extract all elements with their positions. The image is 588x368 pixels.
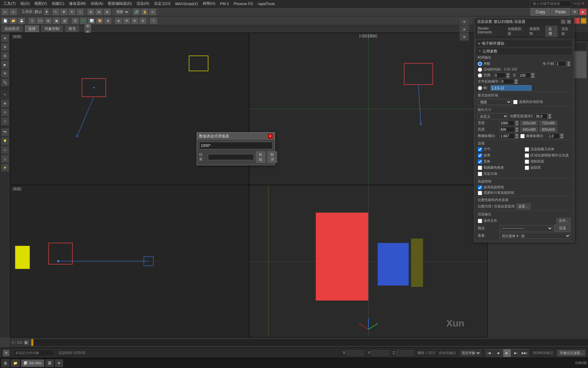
range-from-down[interactable]: ▼ [506, 75, 510, 78]
motion-btn[interactable]: ▶ [1, 61, 9, 69]
pixel-ratio-input[interactable] [500, 133, 515, 139]
rot-btn[interactable]: ↻ [1, 108, 9, 117]
taskbar-app-photoshop[interactable]: 🖼 [46, 359, 54, 367]
mirror-btn[interactable]: ⟺ [36, 17, 44, 24]
snap2-btn[interactable]: ⊞ [95, 9, 103, 15]
bitmap-setup-btn[interactable]: 设置... [516, 203, 530, 210]
scale-btn[interactable]: ⤡ [1, 117, 9, 125]
save-btn[interactable]: 💾 [18, 17, 25, 24]
pixel-ratio2-up[interactable]: ▲ [560, 133, 564, 136]
create-panel-btn[interactable]: ⊕ [1, 34, 9, 42]
rsp-close-btn[interactable]: ✕ [567, 19, 571, 24]
range-to-up[interactable]: ▲ [531, 73, 535, 75]
populate-btn[interactable]: 填充 [65, 26, 79, 32]
preset-dropdown[interactable]: -------------------- [500, 225, 553, 231]
x-input[interactable] [347, 350, 364, 356]
output-custom-dropdown[interactable]: 自定义 [478, 113, 508, 119]
every-n-down[interactable]: ▼ [567, 64, 571, 66]
bind-btn[interactable]: ⊙ [149, 9, 157, 15]
freeze-btn[interactable]: ❄ [131, 17, 138, 24]
result-input[interactable] [208, 154, 254, 160]
effects-check[interactable] [478, 153, 482, 158]
utilities-btn[interactable]: 🔧 [1, 78, 9, 87]
rsp-email-section[interactable]: ▶ 电子邮件通知 [476, 40, 572, 47]
width-down[interactable]: ▼ [515, 123, 519, 126]
unlink-btn[interactable]: 🔓 [141, 9, 148, 15]
freeform-btn[interactable]: 自由形式 [1, 26, 22, 32]
rsp-tab-raytracer[interactable]: 光线跟踪器 [504, 26, 526, 37]
minimize-icon[interactable]: ─ [574, 1, 577, 6]
menu-create[interactable]: 创建(C) [50, 0, 66, 7]
redo-btn[interactable]: ↪ [10, 9, 17, 15]
iso-btn[interactable]: ◈ [115, 17, 122, 24]
menu-help[interactable]: 稍帮(H) [201, 0, 217, 7]
select-btn[interactable]: 选择 [25, 26, 39, 32]
shapes-btn[interactable]: △ [1, 155, 9, 163]
menu-modifier[interactable]: 修改器(M) [67, 0, 88, 7]
windows-start-btn[interactable]: ⊞ [1, 359, 10, 367]
render-settings-panel[interactable]: 渲染设置: 默认扫描线-渲染器 ─ ✕ Render Elements 光线跟踪… [474, 18, 574, 242]
file-output-btn[interactable]: 文件... [556, 218, 571, 224]
preset-800x600-btn[interactable]: 800x600 [539, 127, 557, 132]
atmosphere-check[interactable] [478, 147, 482, 152]
modify-panel-btn[interactable]: ⚙ [1, 43, 9, 51]
menu-pm3[interactable]: PM 3 [218, 1, 231, 6]
height-down[interactable]: ▼ [515, 129, 519, 132]
open-btn[interactable]: 📂 [10, 17, 17, 24]
color-swatch-r2[interactable] [574, 18, 580, 24]
xform-btn[interactable]: ⊕ [139, 17, 147, 24]
select-tool-btn[interactable]: ↖ [52, 9, 60, 15]
rsp-tab-render-elements[interactable]: Render Elements [474, 26, 504, 37]
range-from-up[interactable]: ▲ [506, 73, 510, 75]
displacement-check[interactable] [478, 159, 482, 164]
expression-input[interactable] [199, 142, 273, 149]
ungroup-btn[interactable]: ▤ [61, 17, 68, 24]
rsp-tab-common[interactable]: 公用 [545, 26, 558, 37]
auto-region-check[interactable] [513, 100, 518, 104]
mod-stack-btn1[interactable]: ⚙ [460, 18, 469, 26]
snap-btn[interactable]: ⊞ [87, 9, 95, 15]
select-filter-dropdown[interactable]: 选定对象 [460, 350, 481, 356]
play-play-btn[interactable]: ▶ [503, 349, 511, 357]
menu-group[interactable]: 组(G) [18, 0, 32, 7]
render-hidden-check[interactable] [525, 147, 529, 152]
play-next-key-btn[interactable]: ▶| [512, 349, 520, 357]
camera-view-btn[interactable]: 📷 [1, 128, 9, 136]
close-icon[interactable]: ✕ [582, 1, 585, 6]
lights-btn[interactable]: 💡 [1, 137, 9, 145]
warn-icon-r2[interactable]: ⚠ [581, 18, 587, 24]
aperture-up[interactable]: ▲ [548, 113, 552, 116]
every-n-up[interactable]: ▲ [567, 61, 571, 64]
taskbar-app-other[interactable]: ⚙ [55, 359, 63, 367]
paste-ok-btn[interactable]: 粘贴 [256, 151, 265, 163]
viewport-top-right[interactable]: [+][前][视标] [249, 33, 488, 185]
range-to-input[interactable] [519, 73, 531, 78]
rsp-common-section[interactable]: ▼ 公用参数 [476, 48, 572, 55]
help-btn[interactable]: ? [150, 17, 157, 24]
pixel-ratio-lock[interactable] [520, 134, 525, 138]
object-control-btn[interactable]: 对象控制 [42, 26, 63, 32]
save-file-check[interactable] [478, 219, 482, 223]
z-input[interactable] [396, 350, 413, 356]
array-btn[interactable]: ⊞ [45, 17, 52, 24]
cancel-dialog-btn[interactable]: 取消 [267, 151, 277, 163]
pixel-ratio2-down[interactable]: ▼ [560, 136, 564, 139]
width-up[interactable]: ▲ [515, 120, 519, 123]
render-area-dropdown[interactable]: 视图 [478, 99, 512, 105]
viewport-bottom-right[interactable] [249, 185, 488, 337]
helpers-btn[interactable]: ⊹ [1, 146, 9, 154]
snap3-btn[interactable]: ⊞ [103, 9, 111, 15]
group-btn[interactable]: ▣ [53, 17, 60, 24]
align-btn[interactable]: ⊻ [28, 17, 36, 24]
timeline-playhead[interactable] [31, 339, 33, 346]
active-range-radio[interactable] [478, 67, 482, 72]
ref-coord-dropdown[interactable]: 视图 [114, 9, 130, 15]
play-prev-key-btn[interactable]: ◀ [494, 349, 502, 357]
workspace-dropdown-btn[interactable]: ▼ [44, 9, 49, 15]
use-adv-check[interactable] [478, 185, 482, 190]
every-n-input[interactable] [556, 61, 566, 66]
undo-btn[interactable]: ↩ [1, 9, 9, 15]
preset-320x240-btn[interactable]: 320x240 [520, 121, 538, 126]
dialog-close-btn[interactable]: ✕ [268, 134, 273, 139]
menu-render[interactable]: 渲染(R) [134, 0, 151, 7]
